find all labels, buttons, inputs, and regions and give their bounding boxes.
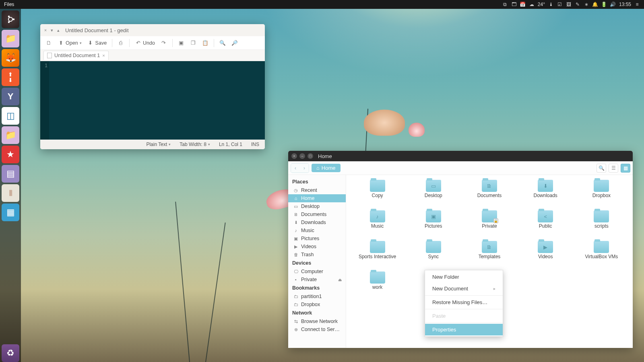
system-menu-icon[interactable]: ≡ <box>634 1 641 8</box>
editor-area[interactable]: 1 <box>40 61 265 140</box>
folder-private[interactable]: 🔒Private <box>461 210 517 239</box>
launcher-trash[interactable]: ♻ <box>2 344 19 362</box>
sidebar-item-videos[interactable]: ▶Videos <box>288 243 346 251</box>
folder-templates[interactable]: 🗎Templates <box>461 241 517 270</box>
print-button[interactable]: ⎙ <box>116 39 126 47</box>
sidebar-item-icon: ⊕ <box>293 327 299 332</box>
sidebar-item-private[interactable]: ▪Private⏏ <box>288 276 346 284</box>
folder-virtualbox-vms[interactable]: VirtualBox VMs <box>574 241 630 270</box>
syntax-selector[interactable]: Plain Text▾ <box>146 142 171 147</box>
clock-label[interactable]: 13:55 <box>619 2 631 7</box>
open-button[interactable]: ⬆Open▾ <box>56 39 84 47</box>
folder-work[interactable]: work <box>349 272 405 300</box>
ctx-restore[interactable]: Restore Missing Files… <box>425 296 503 308</box>
folder-sports-interactive[interactable]: Sports Interactive <box>349 241 405 270</box>
image-icon[interactable]: 🖼 <box>565 1 572 8</box>
thermometer-icon[interactable]: 🌡 <box>547 1 555 8</box>
folder-documents[interactable]: 🗎Documents <box>461 180 517 209</box>
sidebar-item-computer[interactable]: 🖵Computer <box>288 267 346 276</box>
code-content[interactable] <box>49 61 265 140</box>
tab-close-icon[interactable]: × <box>102 53 105 58</box>
ctx-properties[interactable]: Properties <box>425 324 503 335</box>
folder-desktop[interactable]: ▭Desktop <box>405 180 461 209</box>
cut-button[interactable]: ▣ <box>176 39 186 47</box>
folder-videos[interactable]: ▶Videos <box>518 241 574 270</box>
paste-button[interactable]: 📋 <box>200 39 211 47</box>
sidebar-item-music[interactable]: ♪Music <box>288 226 346 234</box>
dropbox-icon[interactable]: ⧉ <box>502 1 509 8</box>
launcher-folder[interactable]: 📁 <box>2 126 19 144</box>
tabwidth-selector[interactable]: Tab Width: 8▾ <box>180 142 210 147</box>
folder-dropbox[interactable]: Dropbox <box>574 180 630 209</box>
launcher-star-app[interactable]: ★ <box>2 146 19 163</box>
sidebar-item-desktop[interactable]: ▭Desktop <box>288 202 346 210</box>
checkbox-icon[interactable]: ☑ <box>556 1 564 8</box>
notification-icon[interactable]: 🔔 <box>592 1 599 8</box>
search-button[interactable]: 🔍 <box>217 39 228 47</box>
list-view-button[interactable]: ☰ <box>609 164 618 173</box>
top-panel: Files ⧉ 🗔 📅 ☁ 24° 🌡 ☑ 🖼 ✎ ∗ 🔔 🔋 🔊 13:55 … <box>0 0 644 9</box>
launcher-firefox[interactable]: 🦊 <box>2 49 19 67</box>
close-icon[interactable]: × <box>291 153 297 159</box>
minimize-icon[interactable]: – <box>299 153 305 159</box>
close-icon[interactable]: × <box>43 28 47 32</box>
sidebar-item-browse-network[interactable]: ⇆Browse Network <box>288 317 346 325</box>
redo-button[interactable]: ↷ <box>159 39 169 47</box>
launcher-editor[interactable]: ▤ <box>2 165 19 183</box>
folder-sync[interactable]: Sync <box>405 241 461 270</box>
maximize-icon[interactable]: ▴ <box>56 28 60 32</box>
search-button[interactable]: 🔍 <box>597 164 606 173</box>
dash-button[interactable] <box>2 10 19 28</box>
path-home-chip[interactable]: ⌂ Home <box>312 164 341 172</box>
sidebar-item-home[interactable]: ⌂Home <box>288 194 346 202</box>
sidebar-item-pictures[interactable]: ▣Pictures <box>288 234 346 243</box>
volume-icon[interactable]: 🔊 <box>609 1 617 8</box>
sidebar-item-downloads[interactable]: ⬇Downloads <box>288 218 346 226</box>
launcher-y-app[interactable]: Y <box>2 88 19 105</box>
launcher-tiles[interactable]: ▦ <box>2 204 19 221</box>
temperature-label[interactable]: 24° <box>538 2 545 7</box>
gedit-titlebar[interactable]: × ▾ ▴ Untitled Document 1 - gedit <box>40 24 265 36</box>
undo-button[interactable]: ↶Undo <box>133 39 157 47</box>
eject-icon[interactable]: ⏏ <box>338 278 342 282</box>
weather-icon[interactable]: ☁ <box>528 1 535 8</box>
minimize-icon[interactable]: ▾ <box>50 28 54 32</box>
calendar-icon[interactable]: 📅 <box>519 1 526 8</box>
sidebar-item-trash[interactable]: 🗑Trash <box>288 251 346 259</box>
grid-view-button[interactable]: ▦ <box>621 164 630 173</box>
sidebar-item-recent[interactable]: ◷Recent <box>288 186 346 194</box>
copy-icon: ❐ <box>190 40 196 46</box>
save-button[interactable]: ⬇Save <box>85 39 109 47</box>
folder-public[interactable]: <Public <box>518 210 574 239</box>
folder-music[interactable]: ♪Music <box>349 210 405 239</box>
ctx-new-document[interactable]: New Document ▸ <box>425 283 503 294</box>
folder-scripts[interactable]: scripts <box>574 210 630 239</box>
folder-downloads[interactable]: ⬇Downloads <box>518 180 574 209</box>
maximize-icon[interactable]: □ <box>308 153 313 159</box>
edit-icon[interactable]: ✎ <box>574 1 581 8</box>
gedit-tabstrip: Untitled Document 1 × <box>40 50 265 61</box>
active-app-label[interactable]: Files <box>4 2 14 7</box>
battery-icon[interactable]: 🔋 <box>601 1 608 8</box>
ctx-new-folder[interactable]: New Folder <box>425 271 503 283</box>
files-titlebar[interactable]: × – □ Home <box>288 151 633 161</box>
folder-pictures[interactable]: ▣Pictures <box>405 210 461 239</box>
new-file-button[interactable]: 🗋 <box>43 39 54 47</box>
document-tab[interactable]: Untitled Document 1 × <box>43 51 109 60</box>
sidebar-item-partition1[interactable]: 🗀partition1 <box>288 292 346 300</box>
svg-point-1 <box>13 19 14 20</box>
launcher-virtualbox[interactable]: ◫ <box>2 107 19 125</box>
replace-button[interactable]: 🔎 <box>229 39 240 47</box>
launcher-software[interactable]: ⬆⬇ <box>2 68 19 86</box>
indicator-icon[interactable]: 🗔 <box>510 1 518 8</box>
sidebar-item-documents[interactable]: 🗎Documents <box>288 210 346 218</box>
copy-button[interactable]: ❐ <box>188 39 198 47</box>
folder-copy[interactable]: Copy <box>349 180 405 209</box>
sidebar-item-connect-to-ser-[interactable]: ⊕Connect to Ser… <box>288 325 346 333</box>
launcher-files[interactable]: 📁 <box>2 30 19 47</box>
nav-back-button[interactable]: ‹ <box>291 164 300 173</box>
launcher-mixer[interactable]: ⦀ <box>2 184 19 202</box>
nav-forward-button[interactable]: › <box>300 164 309 173</box>
bluetooth-icon[interactable]: ∗ <box>583 1 590 8</box>
sidebar-item-dropbox[interactable]: 🗀Dropbox <box>288 300 346 309</box>
